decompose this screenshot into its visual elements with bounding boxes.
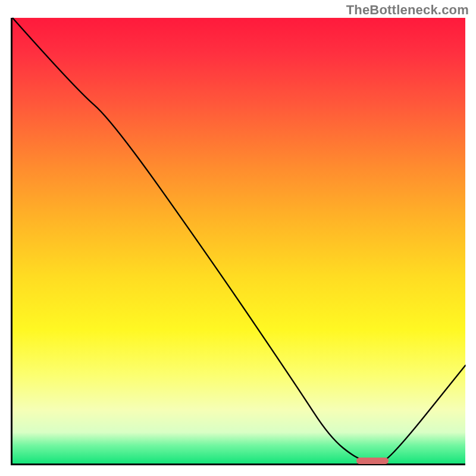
chart-frame: TheBottleneck.com [0, 0, 476, 476]
bottleneck-curve [12, 18, 465, 462]
optimal-range-marker [356, 458, 388, 464]
watermark-text: TheBottleneck.com [346, 2, 469, 18]
curve-layer [12, 18, 465, 464]
plot-area [11, 18, 465, 465]
